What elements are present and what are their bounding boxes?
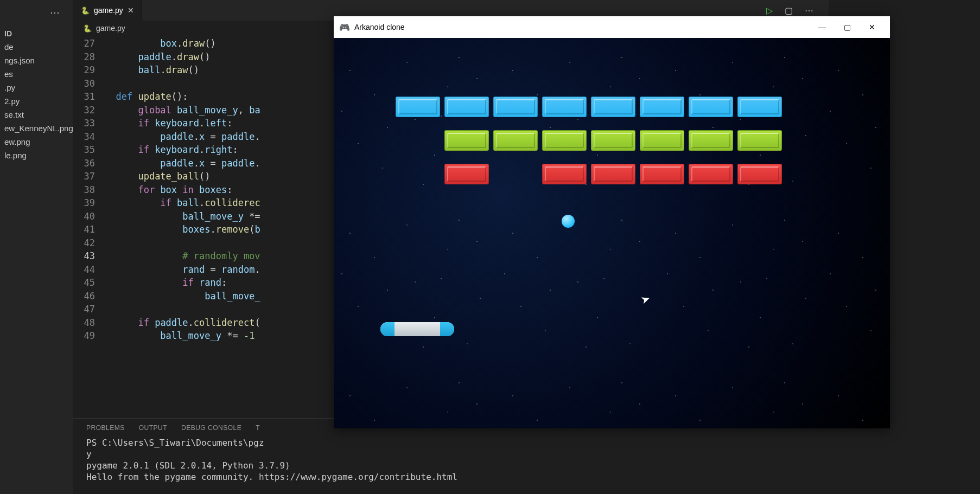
brick-red <box>591 164 635 184</box>
file-tree-item[interactable]: es <box>0 67 73 81</box>
game-window-icon: 🎮 <box>339 22 350 33</box>
brick-blue <box>396 97 440 117</box>
brick-blue <box>493 97 538 117</box>
window-close-button[interactable]: ✕ <box>860 23 884 31</box>
brick-blue <box>542 97 587 117</box>
brick-blue <box>640 97 684 117</box>
brick-red <box>640 164 684 184</box>
file-tree-item[interactable]: le.png <box>0 149 73 162</box>
editor-more-button[interactable]: ⋯ <box>805 5 813 16</box>
game-titlebar[interactable]: 🎮 Arkanoid clone — ▢ ✕ <box>334 16 890 38</box>
tab-label: game.py <box>94 6 123 15</box>
brick-green <box>542 130 587 151</box>
window-minimize-button[interactable]: — <box>810 23 835 31</box>
brick-blue <box>444 97 489 117</box>
game-ball <box>562 215 575 228</box>
split-editor-button[interactable]: ▢ <box>785 5 793 16</box>
panel-tab[interactable]: DEBUG CONSOLE <box>181 424 241 432</box>
file-tree-item[interactable]: ew_KenneyNL.png <box>0 121 73 135</box>
explorer-more-icon[interactable]: ⋯ <box>50 7 60 18</box>
brick-red <box>737 164 782 184</box>
brick-green <box>640 130 684 151</box>
window-maximize-button[interactable]: ▢ <box>835 23 860 31</box>
brick-blue <box>689 97 733 117</box>
run-button[interactable]: ▷ <box>766 5 773 16</box>
file-tree-item[interactable]: ew.png <box>0 135 73 149</box>
file-tree-item[interactable]: se.txt <box>0 108 73 121</box>
brick-blue <box>591 97 635 117</box>
brick-green <box>444 130 489 151</box>
tab-close-icon[interactable]: ✕ <box>128 6 134 15</box>
python-file-icon: 🐍 <box>83 24 92 33</box>
game-paddle <box>380 322 454 336</box>
file-explorer: ID dengs.jsones.py2.pyse.txtew_KenneyNL.… <box>0 0 73 494</box>
brick-green <box>591 130 635 151</box>
breadcrumb-filename: game.py <box>96 24 125 33</box>
python-file-icon: 🐍 <box>81 7 90 15</box>
bottom-panel: PROBLEMSOUTPUTDEBUG CONSOLET PS C:\Users… <box>73 418 829 494</box>
terminal-output[interactable]: PS C:\Users\S_Tiwari\Documents\pgz y pyg… <box>73 437 829 494</box>
brick-green <box>737 130 782 151</box>
explorer-section-header: ID <box>0 27 73 40</box>
panel-tab[interactable]: OUTPUT <box>139 424 167 432</box>
editor-group: 🐍 game.py ✕ ▷ ▢ ⋯ 🐍 game.py 272829303132… <box>73 0 829 494</box>
brick-red <box>542 164 587 184</box>
brick-red <box>689 164 733 184</box>
game-canvas[interactable]: ➤ <box>334 38 890 428</box>
file-tree-item[interactable]: .py <box>0 81 73 94</box>
panel-tab[interactable]: T <box>256 424 260 432</box>
file-tree-item[interactable]: 2.py <box>0 94 73 108</box>
tab-game-py[interactable]: 🐍 game.py ✕ <box>73 0 142 21</box>
file-tree-item[interactable]: ngs.json <box>0 54 73 67</box>
brick-red <box>444 164 489 184</box>
game-window[interactable]: 🎮 Arkanoid clone — ▢ ✕ ➤ <box>334 16 890 428</box>
brick-green <box>493 130 538 151</box>
brick-green <box>689 130 733 151</box>
brick-blue <box>737 97 782 117</box>
panel-tab[interactable]: PROBLEMS <box>86 424 125 432</box>
file-tree-item[interactable]: de <box>0 40 73 54</box>
game-window-title: Arkanoid clone <box>354 23 405 31</box>
